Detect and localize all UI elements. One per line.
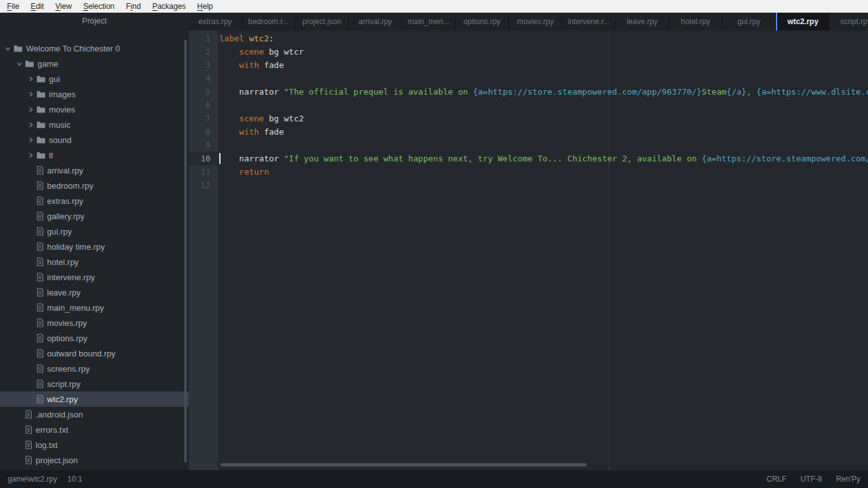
menu-find[interactable]: Find — [120, 0, 146, 13]
tab-intervene-r-[interactable]: intervene.r... — [562, 13, 616, 30]
tab-extras-rpy[interactable]: extras.rpy — [189, 13, 242, 30]
tree-folder-sound[interactable]: sound — [0, 132, 189, 147]
tree-file-log-txt[interactable]: log.txt — [0, 437, 189, 452]
tab-main-men-[interactable]: main_men... — [402, 13, 456, 30]
tab-gui-rpy[interactable]: gui.rpy — [722, 13, 776, 30]
tree-file-leave-rpy[interactable]: leave.rpy — [0, 285, 189, 300]
editor-horizontal-scrollbar[interactable] — [220, 463, 587, 466]
chevron-right-icon — [28, 76, 34, 82]
code-text: scene bg wtc2 — [219, 114, 304, 123]
tree-item-label: project.json — [36, 456, 78, 465]
folder-icon — [36, 75, 46, 83]
code-line-12[interactable]: 12 — [189, 179, 868, 192]
folder-icon — [36, 121, 46, 128]
file-icon — [36, 196, 44, 205]
file-icon — [36, 364, 44, 373]
menu-selection[interactable]: Selection — [78, 0, 120, 13]
code-line-2[interactable]: 2 scene bg wtcr — [189, 45, 868, 58]
status-cursor-position[interactable]: 10:1 — [67, 475, 82, 484]
tree-file-gallery-rpy[interactable]: gallery.rpy — [0, 208, 189, 224]
tree-folder-game[interactable]: game — [0, 56, 189, 71]
tab-movies-rpy[interactable]: movies.rpy — [509, 13, 562, 30]
tab-script-rpy[interactable]: script.rpy — [829, 13, 868, 30]
tree-file-screens-rpy[interactable]: screens.rpy — [0, 361, 189, 376]
tree-item-label: outward bound.rpy — [47, 349, 116, 358]
menu-help[interactable]: Help — [191, 0, 219, 13]
code-line-9[interactable]: 9 — [189, 139, 868, 152]
sidebar-scrollbar[interactable] — [184, 39, 187, 463]
tree-folder-movies[interactable]: movies — [0, 102, 189, 117]
tree-item-label: Welcome To Chichester 0 — [26, 44, 120, 53]
code-line-6[interactable]: 6 — [189, 98, 868, 112]
file-icon — [36, 212, 44, 220]
code-line-4[interactable]: 4 — [189, 72, 868, 85]
tree-item-label: leave.rpy — [47, 288, 81, 297]
code-line-8[interactable]: 8 with fade — [189, 125, 868, 139]
tree-item-label: screens.rpy — [47, 364, 90, 374]
chevron-right-icon — [28, 92, 34, 97]
line-number: 10 — [189, 152, 219, 165]
tree-file-holiday-time-rpy[interactable]: holiday time.rpy — [0, 239, 189, 254]
tree-file-outward-bound-rpy[interactable]: outward bound.rpy — [0, 346, 189, 361]
tree-file-intervene-rpy[interactable]: intervene.rpy — [0, 269, 189, 285]
tree-file-main-menu-rpy[interactable]: main_menu.rpy — [0, 300, 189, 315]
tree-item-label: .android.json — [36, 410, 83, 419]
status-grammar[interactable]: Ren'Py — [836, 475, 860, 484]
tree-item-label: movies.rpy — [47, 318, 87, 328]
file-icon — [25, 425, 32, 434]
tab-options-rpy[interactable]: options.rpy — [456, 13, 509, 30]
tree-file-errors-txt[interactable]: errors.txt — [0, 422, 189, 437]
tab-hotel-rpy[interactable]: hotel.rpy — [669, 13, 722, 30]
tab-bedroom-r-[interactable]: bedroom.r... — [242, 13, 295, 30]
menu-edit[interactable]: Edit — [25, 0, 50, 13]
code-line-1[interactable]: 1label wtc2: — [189, 32, 868, 45]
tree-folder-gui[interactable]: gui — [0, 71, 189, 86]
menu-packages[interactable]: Packages — [147, 0, 192, 13]
code-editor[interactable]: 1label wtc2:2 scene bg wtcr3 with fade45… — [189, 30, 868, 470]
code-line-7[interactable]: 7 scene bg wtc2 — [189, 112, 868, 125]
code-line-10[interactable]: 10 narrator "If you want to see what hap… — [189, 152, 868, 165]
line-number: 2 — [189, 45, 219, 58]
tab-project-json[interactable]: project.json — [295, 13, 349, 30]
tree-item-label: hotel.rpy — [47, 257, 79, 267]
folder-icon — [36, 136, 46, 144]
tree-folder-music[interactable]: music — [0, 117, 189, 132]
status-encoding[interactable]: UTF-8 — [801, 475, 822, 484]
tree-item-label: errors.txt — [36, 425, 68, 435]
chevron-right-icon — [28, 137, 34, 143]
tree-file-project-json[interactable]: project.json — [0, 452, 189, 468]
tree-file-gui-rpy[interactable]: gui.rpy — [0, 224, 189, 239]
tree-file-options-rpy[interactable]: options.rpy — [0, 330, 189, 346]
code-line-5[interactable]: 5 narrator "The official prequel is avai… — [189, 85, 868, 98]
tab-wtc2-rpy[interactable]: wtc2.rpy — [776, 13, 829, 30]
tree-file-hotel-rpy[interactable]: hotel.rpy — [0, 254, 189, 269]
line-number: 3 — [189, 58, 219, 72]
file-icon — [36, 303, 44, 312]
code-line-3[interactable]: 3 with fade — [189, 58, 868, 72]
tree-file-extras-rpy[interactable]: extras.rpy — [0, 193, 189, 208]
menu-file[interactable]: File — [1, 0, 25, 13]
file-tree: Welcome To Chichester 0gameguiimagesmovi… — [0, 41, 189, 470]
tree-item-label: wtc2.rpy — [47, 395, 78, 404]
status-line-ending[interactable]: CRLF — [766, 475, 786, 484]
line-number: 4 — [189, 72, 219, 85]
file-icon — [36, 379, 44, 388]
tree-file-bedroom-rpy[interactable]: bedroom.rpy — [0, 178, 189, 193]
tree-file-script-rpy[interactable]: script.rpy — [0, 376, 189, 391]
tab-arrival-rpy[interactable]: arrival.rpy — [349, 13, 402, 30]
tree-file-arrival-rpy[interactable]: arrival.rpy — [0, 163, 189, 178]
menu-view[interactable]: View — [50, 0, 78, 13]
tree-item-label: options.rpy — [47, 334, 88, 343]
tree-file-movies-rpy[interactable]: movies.rpy — [0, 315, 189, 330]
tree-file--android-json[interactable]: .android.json — [0, 407, 189, 422]
tab-leave-rpy[interactable]: leave.rpy — [616, 13, 669, 30]
code-line-11[interactable]: 11 return — [189, 165, 868, 179]
code-text: return — [219, 167, 269, 177]
tree-folder-tl[interactable]: tl — [0, 147, 189, 163]
line-number: 11 — [189, 165, 219, 179]
file-icon — [36, 227, 44, 236]
tree-folder-images[interactable]: images — [0, 86, 189, 102]
tree-folder-welcome-to-chichester-0[interactable]: Welcome To Chichester 0 — [0, 41, 189, 56]
tree-item-label: extras.rpy — [47, 196, 83, 206]
tree-file-wtc2-rpy[interactable]: wtc2.rpy — [0, 391, 189, 407]
